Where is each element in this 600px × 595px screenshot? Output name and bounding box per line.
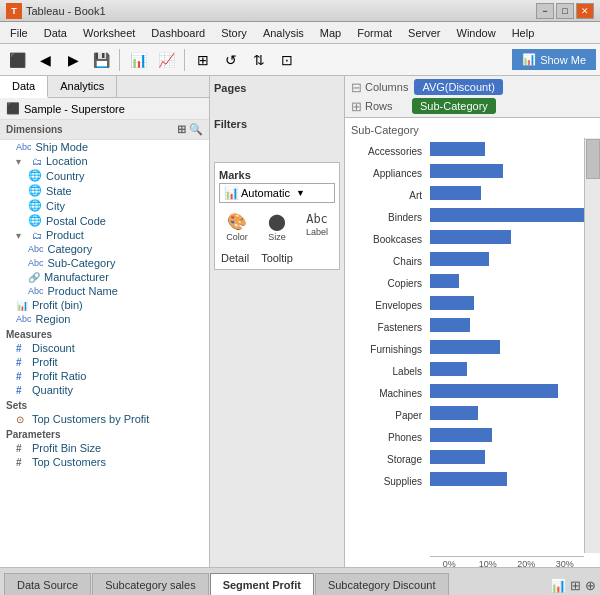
bar-row[interactable]	[430, 336, 584, 358]
toolbar-refresh-button[interactable]: ↺	[218, 47, 244, 73]
field-state[interactable]: 🌐 State	[0, 183, 209, 198]
field-group: Abc Ship Mode ▾ 🗂 Location 🌐 Country 🌐 S…	[0, 140, 209, 567]
bar-row[interactable]	[430, 204, 584, 226]
field-ship-mode[interactable]: Abc Ship Mode	[0, 140, 209, 154]
field-subcategory[interactable]: Abc Sub-Category	[0, 256, 209, 270]
bar-row[interactable]	[430, 380, 584, 402]
menu-data[interactable]: Data	[36, 25, 75, 41]
chart-label: Phones	[345, 426, 426, 448]
menu-worksheet[interactable]: Worksheet	[75, 25, 143, 41]
toolbar-fit-button[interactable]: ⊡	[274, 47, 300, 73]
toolbar-chart1-button[interactable]: 📊	[125, 47, 151, 73]
bar-row[interactable]	[430, 446, 584, 468]
geo-icon: 🌐	[28, 184, 42, 197]
marks-label-button[interactable]: Abc Label	[299, 209, 335, 245]
tab-data[interactable]: Data	[0, 76, 48, 98]
tab-segment-profit[interactable]: Segment Profit	[210, 573, 314, 595]
chart-label: Machines	[345, 382, 426, 404]
marks-title: Marks	[219, 167, 335, 183]
bar-row[interactable]	[430, 182, 584, 204]
toolbar-back-button[interactable]: ◀	[32, 47, 58, 73]
bar-row[interactable]	[430, 248, 584, 270]
marks-type-dropdown[interactable]: 📊 Automatic ▼	[219, 183, 335, 203]
bar	[430, 450, 485, 464]
field-profit-bin[interactable]: 📊 Profit (bin)	[0, 298, 209, 312]
field-profit[interactable]: # Profit	[0, 355, 209, 369]
field-postal-code[interactable]: 🌐 Postal Code	[0, 213, 209, 228]
field-icon: Abc	[28, 286, 44, 296]
menu-dashboard[interactable]: Dashboard	[143, 25, 213, 41]
marks-tooltip-button[interactable]: Tooltip	[259, 251, 295, 265]
bar-row[interactable]	[430, 226, 584, 248]
menu-analysis[interactable]: Analysis	[255, 25, 312, 41]
bar-row[interactable]	[430, 138, 584, 160]
field-product-name[interactable]: Abc Product Name	[0, 284, 209, 298]
menu-window[interactable]: Window	[449, 25, 504, 41]
window-controls[interactable]: − □ ✕	[536, 3, 594, 19]
menu-story[interactable]: Story	[213, 25, 255, 41]
field-top-customers-param[interactable]: # Top Customers	[0, 455, 209, 469]
field-profit-ratio[interactable]: # Profit Ratio	[0, 369, 209, 383]
menu-server[interactable]: Server	[400, 25, 448, 41]
chart-title: Sub-Category	[345, 122, 600, 138]
dim-icons: ⊞ 🔍	[177, 123, 203, 136]
chart-label: Accessories	[345, 140, 426, 162]
tab-subcategory-sales[interactable]: Subcategory sales	[92, 573, 209, 595]
field-quantity[interactable]: # Quantity	[0, 383, 209, 397]
grid-icon[interactable]: ⊞	[177, 123, 186, 136]
bar-row[interactable]	[430, 468, 584, 490]
toolbar-sort-button[interactable]: ⇅	[246, 47, 272, 73]
columns-label: ⊟ Columns	[351, 80, 408, 95]
toolbar-save-button[interactable]: 💾	[88, 47, 114, 73]
scrollbar-thumb[interactable]	[586, 139, 600, 179]
field-category[interactable]: Abc Category	[0, 242, 209, 256]
pages-area: Pages	[214, 80, 340, 110]
tab-subcategory-discount[interactable]: Subcategory Discount	[315, 573, 449, 595]
field-top-customers[interactable]: ⊙ Top Customers by Profit	[0, 412, 209, 426]
field-location-group[interactable]: ▾ 🗂 Location	[0, 154, 209, 168]
chart-label: Furnishings	[345, 338, 426, 360]
toolbar: ⬛ ◀ ▶ 💾 📊 📈 ⊞ ↺ ⇅ ⊡ 📊 Show Me	[0, 44, 600, 76]
bar-row[interactable]	[430, 402, 584, 424]
minimize-button[interactable]: −	[536, 3, 554, 19]
bar-row[interactable]	[430, 160, 584, 182]
field-manufacturer[interactable]: 🔗 Manufacturer	[0, 270, 209, 284]
marks-color-button[interactable]: 🎨 Color	[219, 209, 255, 245]
chart-tab-icon[interactable]: 📊	[550, 578, 566, 593]
tab-data-source[interactable]: Data Source	[4, 573, 91, 595]
field-city[interactable]: 🌐 City	[0, 198, 209, 213]
menu-help[interactable]: Help	[504, 25, 543, 41]
columns-pill[interactable]: AVG(Discount)	[414, 79, 503, 95]
maximize-button[interactable]: □	[556, 3, 574, 19]
menu-map[interactable]: Map	[312, 25, 349, 41]
datasource-item[interactable]: ⬛ Sample - Superstore	[0, 98, 209, 120]
chart-area: Sub-Category AccessoriesAppliancesArtBin…	[345, 118, 600, 567]
chart-scrollbar[interactable]	[584, 138, 600, 553]
menu-file[interactable]: File	[2, 25, 36, 41]
new-tab-icon[interactable]: ⊕	[585, 578, 596, 593]
bar-row[interactable]	[430, 424, 584, 446]
bar-row[interactable]	[430, 292, 584, 314]
field-profit-bin-size[interactable]: # Profit Bin Size	[0, 441, 209, 455]
close-button[interactable]: ✕	[576, 3, 594, 19]
search-icon[interactable]: 🔍	[189, 123, 203, 136]
field-country[interactable]: 🌐 Country	[0, 168, 209, 183]
toolbar-filter-button[interactable]: ⊞	[190, 47, 216, 73]
rows-pill[interactable]: Sub-Category	[412, 98, 496, 114]
field-region[interactable]: Abc Region	[0, 312, 209, 326]
tab-analytics[interactable]: Analytics	[48, 76, 117, 97]
bar-row[interactable]	[430, 270, 584, 292]
field-product-group[interactable]: ▾ 🗂 Product	[0, 228, 209, 242]
field-discount[interactable]: # Discount	[0, 341, 209, 355]
menu-format[interactable]: Format	[349, 25, 400, 41]
bar-row[interactable]	[430, 358, 584, 380]
show-me-button[interactable]: 📊 Show Me	[512, 49, 596, 70]
toolbar-forward-button[interactable]: ▶	[60, 47, 86, 73]
grid-tab-icon[interactable]: ⊞	[570, 578, 581, 593]
toolbar-chart2-button[interactable]: 📈	[153, 47, 179, 73]
toolbar-sep1	[119, 49, 120, 71]
marks-detail-button[interactable]: Detail	[219, 251, 251, 265]
toolbar-new-button[interactable]: ⬛	[4, 47, 30, 73]
bar-row[interactable]	[430, 314, 584, 336]
marks-size-button[interactable]: ⬤ Size	[259, 209, 295, 245]
